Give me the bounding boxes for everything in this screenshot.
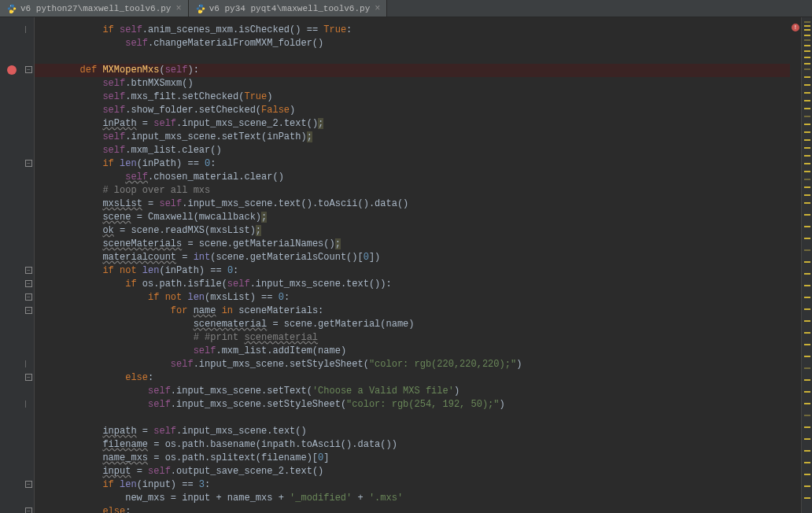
stripe-mark[interactable] <box>804 186 810 188</box>
gutter[interactable] <box>0 17 24 513</box>
code-line[interactable]: if self.anim_scenes_mxm.isChecked() == T… <box>35 24 790 37</box>
stripe-mark[interactable] <box>804 124 810 125</box>
stripe-mark[interactable] <box>804 344 810 345</box>
code-line[interactable]: self.mxs_filt.setChecked(True) <box>35 90 790 104</box>
stripe-mark[interactable] <box>804 356 810 357</box>
stripe-mark[interactable] <box>804 76 810 78</box>
fold-collapse-icon[interactable]: − <box>25 160 32 167</box>
fold-collapse-icon[interactable]: − <box>25 307 32 314</box>
stripe-mark[interactable] <box>804 426 810 428</box>
tab-file-1[interactable]: v6 python27\maxwell_toolv6.py × <box>0 0 189 17</box>
code-line[interactable]: else: <box>35 505 790 513</box>
stripe-mark[interactable] <box>804 57 810 58</box>
code-line[interactable]: scene = Cmaxwell(mwcallback); <box>35 211 790 224</box>
code-line[interactable]: ok = scene.readMXS(mxsList); <box>35 224 790 238</box>
stripe-mark[interactable] <box>804 249 810 251</box>
code-line[interactable]: self.mxm_list.addItem(name) <box>35 345 790 358</box>
stripe-mark[interactable] <box>804 202 810 204</box>
stripe-mark[interactable] <box>804 474 810 475</box>
stripe-mark[interactable] <box>804 332 810 334</box>
tab-file-2[interactable]: v6 py34 pyqt4\maxwell_toolv6.py × <box>189 0 388 17</box>
stripe-mark[interactable] <box>804 438 810 440</box>
code-line[interactable]: self.chosen_material.clear() <box>35 171 790 184</box>
fold-collapse-icon[interactable]: − <box>25 66 32 73</box>
stripe-mark[interactable] <box>804 273 810 275</box>
code-line[interactable]: # #print scenematerial <box>35 331 790 345</box>
stripe-mark[interactable] <box>804 450 810 452</box>
stripe-mark[interactable] <box>804 68 810 70</box>
code-line[interactable]: if len(input) == 3: <box>35 478 790 492</box>
code-line[interactable]: self.changeMaterialFromMXM_folder() <box>35 37 790 50</box>
fold-region-icon[interactable] <box>25 360 26 367</box>
stripe-mark[interactable] <box>804 45 810 46</box>
code-line[interactable]: self.input_mxs_scene.setText(inPath); <box>35 131 790 144</box>
stripe-mark[interactable] <box>804 139 810 141</box>
stripe-mark[interactable] <box>804 415 810 416</box>
code-line[interactable]: mxsList = self.input_mxs_scene.text().to… <box>35 197 790 211</box>
stripe-mark[interactable] <box>804 131 810 133</box>
stripe-mark[interactable] <box>804 179 810 180</box>
code-line[interactable]: filename = os.path.basename(inpath.toAsc… <box>35 438 790 452</box>
stripe-mark[interactable] <box>804 50 810 52</box>
code-line[interactable]: if not len(mxsList) == 0: <box>35 291 790 304</box>
fold-collapse-icon[interactable]: − <box>25 293 32 301</box>
stripe-mark[interactable] <box>804 391 810 393</box>
code-line[interactable]: else: <box>35 371 790 385</box>
code-line[interactable]: self.show_folder.setChecked(False) <box>35 104 790 117</box>
stripe-mark[interactable] <box>804 320 810 322</box>
code-line[interactable]: self.mxm_list.clear() <box>35 144 790 157</box>
code-line[interactable]: inpath = self.input_mxs_scene.text() <box>35 425 790 438</box>
code-line[interactable]: self.btnMXSmxm() <box>35 77 790 90</box>
code-line[interactable]: if os.path.isfile(self.input_mxs_scene.t… <box>35 278 790 291</box>
stripe-mark[interactable] <box>804 108 810 109</box>
stripe-mark[interactable] <box>804 485 810 487</box>
stripe-mark[interactable] <box>804 35 810 36</box>
stripe-mark[interactable] <box>804 25 810 27</box>
fold-collapse-icon[interactable]: − <box>25 267 32 274</box>
stripe-mark[interactable] <box>804 29 810 31</box>
stripe-mark[interactable] <box>804 39 810 41</box>
stripe-mark[interactable] <box>804 379 810 381</box>
fold-collapse-icon[interactable]: − <box>25 481 32 488</box>
stripe-mark[interactable] <box>804 226 810 227</box>
code-line[interactable] <box>35 412 790 425</box>
stripe-mark[interactable] <box>804 92 810 94</box>
code-line[interactable]: # loop over all mxs <box>35 184 790 197</box>
stripe-mark[interactable] <box>804 84 810 86</box>
stripe-mark[interactable] <box>804 116 810 117</box>
code-line[interactable] <box>35 50 790 64</box>
stripe-mark[interactable] <box>804 497 810 499</box>
stripe-mark[interactable] <box>804 163 810 164</box>
stripe-mark[interactable] <box>804 297 810 298</box>
fold-collapse-icon[interactable]: − <box>25 507 32 513</box>
fold-region-icon[interactable] <box>25 26 26 33</box>
code-line[interactable]: def MXMopenMxs(self): <box>35 64 790 77</box>
code-line[interactable]: self.input_mxs_scene.setText('Choose a V… <box>35 385 790 398</box>
code-line[interactable]: inPath = self.input_mxs_scene_2.text(); <box>35 117 790 131</box>
code-line[interactable]: if len(inPath) == 0: <box>35 157 790 171</box>
fold-collapse-icon[interactable]: − <box>25 374 32 381</box>
stripe-mark[interactable] <box>804 100 810 101</box>
stripe-mark[interactable] <box>804 63 810 65</box>
code-line[interactable]: if not len(inPath) == 0: <box>35 264 790 278</box>
close-icon[interactable]: × <box>175 3 181 14</box>
code-line[interactable]: self.input_mxs_scene.setStyleSheet("colo… <box>35 398 790 412</box>
stripe-mark[interactable] <box>804 21 810 23</box>
stripe-mark[interactable] <box>804 403 810 404</box>
stripe-mark[interactable] <box>804 214 810 216</box>
code-line[interactable]: new_mxs = input + name_mxs + '_modified'… <box>35 492 790 505</box>
stripe-mark[interactable] <box>804 155 810 157</box>
stripe-mark[interactable] <box>804 238 810 239</box>
stripe-mark[interactable] <box>804 285 810 286</box>
code-line[interactable]: scenematerial = scene.getMaterial(name) <box>35 318 790 331</box>
stripe-mark[interactable] <box>804 261 810 263</box>
code-area[interactable]: ! if self.anim_scenes_mxm.isChecked() ==… <box>35 17 801 513</box>
code-line[interactable]: for name in sceneMaterials: <box>35 304 790 318</box>
stripe-mark[interactable] <box>804 308 810 310</box>
code-line[interactable]: input = self.output_save_scene_2.text() <box>35 465 790 478</box>
stripe-mark[interactable] <box>804 462 810 463</box>
error-indicator-icon[interactable]: ! <box>792 24 799 31</box>
close-icon[interactable]: × <box>375 3 380 14</box>
code-line[interactable]: sceneMaterials = scene.getMaterialNames(… <box>35 238 790 251</box>
stripe-mark[interactable] <box>804 171 810 172</box>
